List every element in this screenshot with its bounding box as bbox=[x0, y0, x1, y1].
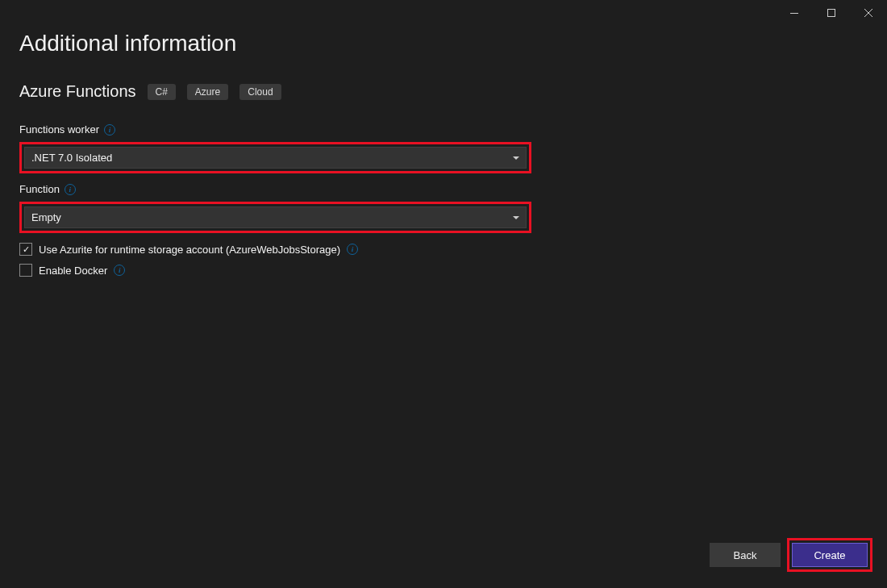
window-minimize-button[interactable] bbox=[776, 0, 813, 26]
function-label: Function bbox=[19, 183, 60, 195]
close-icon bbox=[864, 9, 872, 17]
svg-rect-0 bbox=[790, 13, 798, 14]
window-titlebar bbox=[0, 0, 887, 26]
azurite-checkbox[interactable] bbox=[19, 243, 32, 256]
info-icon[interactable]: i bbox=[65, 184, 76, 195]
info-icon[interactable]: i bbox=[104, 124, 115, 136]
chevron-down-icon bbox=[513, 216, 519, 219]
section-title: Azure Functions bbox=[19, 82, 136, 101]
create-button[interactable]: Create bbox=[792, 543, 868, 567]
svg-rect-1 bbox=[828, 10, 835, 17]
window-maximize-button[interactable] bbox=[813, 0, 850, 26]
window-close-button[interactable] bbox=[850, 0, 887, 26]
back-button[interactable]: Back bbox=[710, 543, 781, 567]
docker-checkbox[interactable] bbox=[19, 264, 32, 277]
footer: Back Create bbox=[710, 538, 872, 572]
worker-dropdown-highlight: .NET 7.0 Isolated bbox=[19, 142, 531, 173]
section-header: Azure Functions C# Azure Cloud bbox=[19, 82, 868, 101]
minimize-icon bbox=[790, 13, 798, 14]
tag-csharp: C# bbox=[148, 84, 176, 100]
worker-dropdown-value: .NET 7.0 Isolated bbox=[31, 152, 112, 164]
tag-azure: Azure bbox=[187, 84, 228, 100]
info-icon[interactable]: i bbox=[347, 244, 358, 255]
create-button-highlight: Create bbox=[787, 538, 872, 572]
azurite-option-row: Use Azurite for runtime storage account … bbox=[19, 243, 868, 256]
function-dropdown-value: Empty bbox=[31, 211, 61, 223]
worker-label: Functions worker bbox=[19, 123, 99, 136]
docker-label: Enable Docker bbox=[39, 265, 107, 277]
worker-dropdown[interactable]: .NET 7.0 Isolated bbox=[24, 147, 527, 169]
tag-cloud: Cloud bbox=[239, 84, 281, 100]
function-dropdown[interactable]: Empty bbox=[24, 206, 527, 228]
azurite-label: Use Azurite for runtime storage account … bbox=[39, 244, 340, 256]
function-dropdown-highlight: Empty bbox=[19, 202, 531, 233]
worker-label-row: Functions worker i bbox=[19, 123, 868, 136]
maximize-icon bbox=[827, 9, 835, 17]
info-icon[interactable]: i bbox=[114, 265, 125, 276]
docker-option-row: Enable Docker i bbox=[19, 264, 868, 277]
function-label-row: Function i bbox=[19, 183, 868, 195]
chevron-down-icon bbox=[513, 156, 519, 160]
page-title: Additional information bbox=[19, 31, 868, 56]
